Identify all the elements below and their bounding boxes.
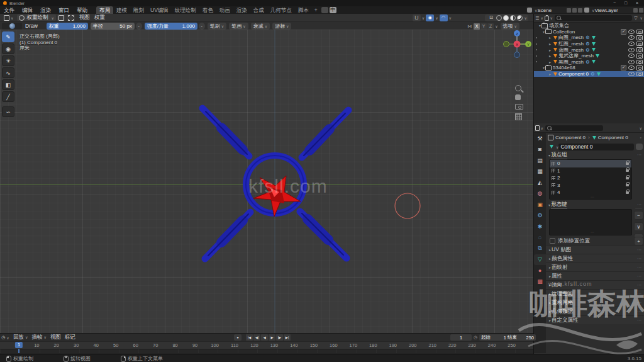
workspace-tab[interactable]: 合成 [250,6,267,14]
panel-menu-icon[interactable]: ⋯ [637,318,642,323]
timeline-menu-item[interactable]: 回放∨ [13,334,28,341]
panel-menu-icon[interactable]: ⋯ [637,247,642,252]
shape-keys-panel-header[interactable]: ▾ 形态键 ⋯ [546,201,644,208]
data-name-field[interactable]: Component 0 [558,144,634,150]
hide-eye-icon[interactable] [628,48,635,52]
workspace-tab[interactable]: 布局 [96,6,113,14]
filter-dropdown-icon[interactable]: ∨ [640,16,643,20]
menubar-item[interactable]: 编辑 [18,6,36,14]
outliner-row-scene-collection[interactable]: ▾场景集合 [534,23,644,29]
object-properties-tab[interactable]: ▣ [534,199,546,210]
collection-checkbox[interactable]: ✓ [621,29,626,35]
frame-end-field[interactable]: 结束250 [506,334,536,341]
pan-hand-icon[interactable] [515,94,524,102]
outliner-display-mode-button[interactable]: ∨ [545,14,553,21]
timeline-menu-item[interactable]: 视图 [50,334,61,341]
vertex-groups-panel-header[interactable]: ▾ 顶点组 ⋯ [546,151,644,159]
collection-checkbox[interactable]: ✓ [621,65,626,71]
eyedropper-icon[interactable]: ◦ [136,23,142,30]
workspace-tab[interactable]: 渲染 [233,6,250,14]
outliner-row[interactable]: ▸鬼武达摩_mesh [534,53,644,59]
unlink-scene-icon[interactable] [578,8,582,13]
workspace-tab[interactable]: 几何节点 [267,6,295,14]
add-workspace-button[interactable]: + [312,7,320,13]
disable-render-icon[interactable] [636,72,643,77]
outliner-row[interactable]: ▸黑圈_mesh⚙ [534,59,644,65]
zoom-icon[interactable] [515,85,524,93]
playhead-frame-badge[interactable]: 1 [15,342,23,348]
menubar-item[interactable]: 帮助 [73,6,91,14]
properties-editor-type-button[interactable]: ∨ [535,125,543,132]
menubar-item[interactable]: 渲染 [36,6,55,14]
menubar-item[interactable]: 窗口 [55,6,73,14]
hide-eye-icon[interactable] [628,42,635,46]
snap-magnet-icon[interactable]: ⋃ [413,14,421,21]
properties-section-header[interactable]: ▸UV 贴图⋯ [546,245,644,254]
current-frame-field[interactable]: 1 [450,334,472,341]
brush-preview[interactable] [2,23,22,30]
next-keyframe-button[interactable]: |▶ [276,334,283,341]
filter-funnel-icon[interactable]: ▽ [634,16,637,21]
smear-tool[interactable]: ∿ [2,67,14,78]
output-properties-tab[interactable]: ▤ [534,155,546,166]
fake-user-icon[interactable] [636,144,643,150]
annotate-tool[interactable]: ∽ [2,106,14,117]
timeline-tracks[interactable] [0,349,533,353]
close-button[interactable]: × [631,0,643,6]
vertex-group-row[interactable]: 2 [550,174,631,182]
outliner-editor-type-button[interactable]: ☰∨ [535,14,543,21]
hide-eye-icon[interactable] [628,60,635,64]
camera-view-icon[interactable] [515,104,524,111]
render-properties-tab[interactable]: ◙ [534,144,546,156]
vertex-group-row[interactable]: 1 [550,167,631,175]
mirror-x-toggle[interactable]: X [474,23,480,30]
average-tool[interactable]: ☀ [2,55,14,66]
mode-dropdown[interactable]: 权重绘制 ∨ [17,14,55,21]
tool-dropdown[interactable]: 笔刷∨ [208,23,226,30]
outliner-row[interactable]: ▸红圈_mesh⚙ [534,41,644,47]
properties-section-header[interactable]: ▸重构网格⋯ [546,298,644,307]
orthographic-toggle-icon[interactable] [515,113,524,121]
falloff-icon[interactable]: ◠ [440,14,448,21]
view-layer-name[interactable]: ViewLayer [594,8,632,13]
lock-icon[interactable] [626,169,629,172]
panel-menu-icon[interactable]: ⋯ [637,274,642,279]
lock-icon[interactable] [626,184,629,186]
tool-dropdown[interactable]: 笔画∨ [229,23,248,30]
properties-search-input[interactable] [545,125,603,131]
radius-slider[interactable]: 半径50 px [91,23,135,30]
particles-properties-tab[interactable]: ✱ [534,221,546,232]
timeline-menu-item[interactable]: 插帧∨ [31,334,46,341]
play-reverse-button[interactable]: ◀ [261,334,268,341]
rendered-shading-icon[interactable] [517,15,523,21]
view-layer-properties-tab[interactable]: ▦ [534,166,546,178]
draw-brush-tool[interactable]: ✎ [2,31,14,42]
tool-properties-tab[interactable]: ⚒ [534,133,546,144]
tool-dropdown[interactable]: 游标∨ [272,23,291,30]
record-button[interactable]: ● [234,334,242,341]
brush-name[interactable]: Draw [25,23,38,29]
disable-render-icon[interactable] [636,54,643,59]
workspace-tab[interactable]: 动画 [216,6,233,14]
hide-eye-icon[interactable] [628,54,635,58]
playhead-line[interactable] [18,349,19,353]
copy-scene-icon[interactable] [572,8,577,13]
properties-section-header[interactable]: ▸几何数据⋯ [546,307,644,315]
constraints-properties-tab[interactable]: ⧉ [534,243,546,254]
outliner-row[interactable]: ▾Collection✓ [534,29,644,35]
hide-eye-icon[interactable] [628,65,635,70]
workspace-tab[interactable]: UV编辑 [147,6,172,14]
properties-section-header[interactable]: ▸面映射⋯ [546,263,644,271]
properties-section-header[interactable]: ▸自定义属性⋯ [546,315,644,324]
timeline-editor-type-button[interactable]: ◷∨ [1,334,9,341]
gradient-tool[interactable]: ◧ [2,79,14,90]
outliner-search-input[interactable] [555,15,632,21]
maximize-button[interactable]: □ [620,0,631,6]
outliner-row[interactable]: ▸Component 0⚙ [534,71,644,77]
panel-menu-icon[interactable]: ⋯ [637,265,642,270]
panel-menu-icon[interactable]: ⋯ [637,291,642,297]
workspace-tab[interactable]: 着色 [199,6,216,14]
mirror-y-toggle[interactable]: Y [480,23,487,30]
properties-section-header[interactable]: ▸颜色属性⋯ [546,254,644,263]
disable-render-icon[interactable] [636,35,643,40]
